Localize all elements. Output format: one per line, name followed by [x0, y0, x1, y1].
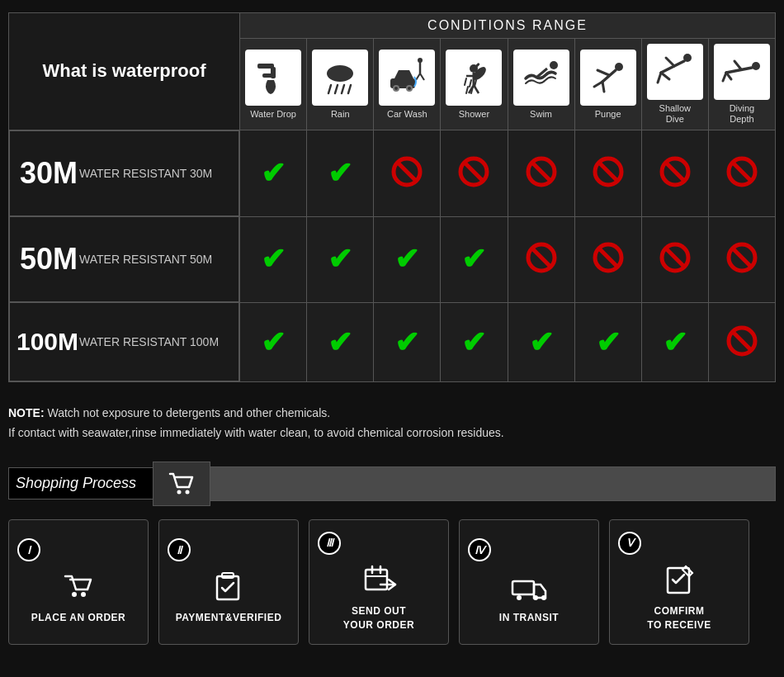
water-drop-icon-box [245, 50, 301, 106]
shower-icon [451, 55, 496, 100]
svg-line-57 [464, 162, 484, 182]
note-line2: If contact with seawater,rinse immediate… [8, 424, 776, 443]
car-wash-icon-box [379, 50, 435, 106]
row-50m-desc: WATER RESISTANT 50M [71, 246, 220, 272]
step-in-transit: Ⅳ IN TRANSIT [459, 519, 599, 645]
swim-icon-box [513, 50, 569, 106]
no-icon [592, 241, 625, 274]
table-row-30m: 30M WATER RESISTANT 30M ✔ ✔ [9, 130, 776, 217]
row-30m-rating: 30M [13, 136, 71, 211]
send-out-icon [361, 561, 397, 598]
col-water-drop: Water Drop [240, 39, 307, 130]
rain-icon [318, 55, 362, 100]
cell-100m-rain: ✔ [307, 302, 374, 382]
cell-100m-swim: ✔ [508, 302, 574, 382]
rain-label: Rain [310, 109, 370, 120]
svg-point-79 [81, 592, 86, 597]
shallow-dive-label: ShallowDive [645, 103, 705, 125]
cell-100m-shower: ✔ [441, 302, 508, 382]
water-drop-icon [251, 55, 295, 100]
svg-point-13 [394, 87, 398, 90]
svg-point-17 [418, 58, 423, 63]
step2-badge: Ⅱ [168, 538, 191, 561]
no-icon [457, 155, 490, 188]
note-line1: NOTE: Watch not exposure to detergents a… [8, 404, 776, 424]
waterproof-title: What is waterproof [12, 59, 236, 83]
note-text1: Watch not exposure to detergents and oth… [47, 406, 330, 419]
diving-depth-icon [720, 50, 764, 94]
svg-rect-3 [262, 73, 276, 78]
step1-label: PLACE AN ORDER [31, 611, 126, 625]
no-icon [725, 241, 758, 274]
svg-point-88 [517, 595, 522, 600]
svg-rect-87 [512, 581, 534, 594]
shopping-bar [210, 466, 776, 501]
cell-50m-shallow [641, 216, 708, 302]
note-label: NOTE: [8, 406, 45, 419]
col-punge: Punge [574, 39, 641, 130]
punge-icon [586, 55, 631, 100]
step4-badge: Ⅳ [468, 538, 491, 561]
col-rain: Rain [307, 39, 374, 130]
svg-line-75 [732, 331, 752, 351]
transit-icon [511, 568, 547, 604]
step-send-out: Ⅲ SEND OUTYOUR ORDER [309, 519, 449, 645]
svg-point-5 [327, 65, 353, 82]
confirm-icon [661, 561, 697, 598]
col-shallow-dive: ShallowDive [641, 39, 708, 130]
cell-30m-punge [574, 130, 641, 217]
payment-icon [210, 568, 247, 604]
col-shower: Shower [441, 39, 508, 130]
car-wash-label: Car Wash [377, 109, 437, 120]
cell-50m-waterdrop: ✔ [240, 216, 307, 302]
svg-point-90 [541, 595, 546, 600]
svg-line-59 [531, 162, 551, 182]
svg-line-55 [397, 162, 417, 182]
cell-50m-carwash: ✔ [374, 216, 441, 302]
shopping-title: Shopping Process [8, 467, 153, 499]
place-order-icon [60, 568, 97, 604]
conditions-header: CONDITIONS RANGE [240, 13, 776, 39]
cell-100m-punge: ✔ [574, 302, 641, 382]
step2-label: PAYMENT&VERIFIED [176, 611, 282, 625]
row-100m-desc: WATER RESISTANT 100M [71, 329, 227, 355]
shallow-dive-icon-box [647, 44, 703, 100]
no-icon [525, 241, 558, 274]
step3-badge: Ⅲ [318, 532, 341, 555]
punge-label: Punge [579, 109, 638, 120]
svg-rect-82 [366, 570, 387, 589]
swim-label: Swim [512, 109, 571, 120]
diving-depth-label: DivingDepth [712, 103, 772, 125]
svg-line-61 [598, 162, 618, 182]
no-icon [659, 155, 692, 188]
cell-50m-rain: ✔ [307, 216, 374, 302]
cell-50m-swim [508, 216, 574, 302]
shopping-header: Shopping Process [0, 452, 784, 506]
svg-point-89 [533, 595, 538, 600]
waterproof-title-cell: What is waterproof [9, 13, 240, 130]
row-50m-rating: 50M [13, 222, 71, 296]
cell-100m-shallow: ✔ [641, 302, 708, 382]
shower-icon-box [446, 50, 502, 106]
svg-line-71 [665, 248, 685, 267]
col-swim: Swim [508, 39, 574, 130]
cell-30m-carwash [374, 130, 441, 217]
table-row-50m: 50M WATER RESISTANT 50M ✔ ✔ ✔ ✔ [9, 216, 776, 302]
cell-100m-diving [708, 302, 775, 382]
step1-badge: Ⅰ [17, 538, 40, 561]
step3-label: SEND OUTYOUR ORDER [343, 604, 414, 632]
cell-30m-waterdrop: ✔ [240, 130, 307, 217]
car-wash-icon [385, 55, 429, 100]
row-100m-rating: 100M [13, 308, 71, 376]
cell-50m-shower: ✔ [441, 216, 508, 302]
svg-point-78 [72, 592, 77, 597]
svg-point-49 [752, 62, 760, 70]
svg-point-77 [186, 490, 190, 494]
cell-30m-swim [508, 130, 574, 217]
waterproof-section: What is waterproof CONDITIONS RANGE [0, 0, 784, 391]
swim-icon [519, 55, 564, 100]
step4-label: IN TRANSIT [499, 611, 559, 625]
no-icon [525, 155, 558, 188]
col-car-wash: Car Wash [374, 39, 441, 130]
step-payment: Ⅱ PAYMENT&VERIFIED [158, 519, 299, 645]
